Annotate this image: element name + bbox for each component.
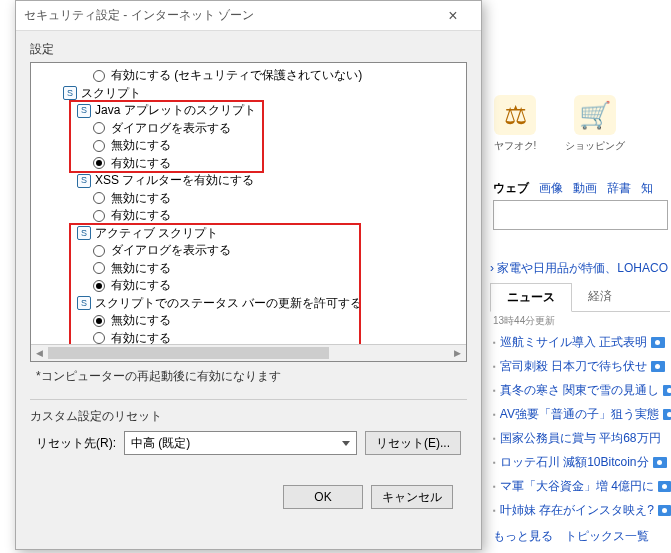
- search-input[interactable]: [493, 200, 668, 230]
- news-timestamp: 13時44分更新: [493, 314, 555, 328]
- radio-icon: [93, 140, 105, 152]
- script-icon: S: [77, 226, 91, 240]
- radio-option[interactable]: 無効にする: [33, 260, 464, 278]
- reset-level-select[interactable]: 中高 (既定): [124, 431, 357, 455]
- photo-icon: [651, 361, 665, 372]
- portal-auction-label: ヤフオク!: [494, 139, 537, 153]
- radio-option[interactable]: 有効にする: [33, 277, 464, 295]
- news-tabs: ニュース 経済: [490, 283, 670, 312]
- radio-icon: [93, 192, 105, 204]
- search-tabs: ウェブ 画像 動画 辞書 知: [493, 180, 653, 197]
- script-icon: S: [63, 86, 77, 100]
- cart-icon: 🛒: [574, 95, 616, 135]
- gavel-icon: ⚖: [494, 95, 536, 135]
- radio-icon: [93, 210, 105, 222]
- radio-icon: [93, 70, 105, 82]
- news-tab-news[interactable]: ニュース: [490, 283, 572, 312]
- radio-icon: [93, 332, 105, 344]
- radio-icon: [93, 315, 105, 327]
- radio-option[interactable]: ダイアログを表示する: [33, 242, 464, 260]
- radio-icon: [93, 280, 105, 292]
- reset-section-label: カスタム設定のリセット: [30, 408, 467, 425]
- news-list: 巡航ミサイル導入 正式表明 宮司刺殺 日本刀で待ち伏せ 真冬の寒さ 関東で雪の見…: [493, 330, 671, 522]
- search-tab-know[interactable]: 知: [641, 180, 653, 197]
- photo-icon: [658, 505, 671, 516]
- group-xss-filter: S XSS フィルターを有効にする: [33, 172, 464, 190]
- group-status-bar: S スクリプトでのステータス バーの更新を許可する: [33, 295, 464, 313]
- group-java-applets: S Java アプレットのスクリプト: [33, 102, 464, 120]
- photo-icon: [651, 337, 665, 348]
- close-button[interactable]: ×: [433, 5, 473, 27]
- group-active-script: S アクティブ スクリプト: [33, 225, 464, 243]
- script-icon: S: [77, 174, 91, 188]
- portal-shopping-label: ショッピング: [565, 139, 625, 153]
- security-settings-dialog: セキュリティ設定 - インターネット ゾーン × 設定 有効にする (セキュリテ…: [15, 0, 482, 550]
- portal-auction[interactable]: ⚖ ヤフオク!: [485, 95, 545, 153]
- settings-section-label: 設定: [30, 41, 467, 58]
- restart-note: *コンピューターの再起動後に有効になります: [36, 368, 467, 385]
- news-item[interactable]: 国家公務員に賞与 平均68万円: [493, 426, 671, 450]
- news-more-link[interactable]: もっと見る トピックス一覧: [493, 528, 649, 545]
- radio-option[interactable]: 有効にする: [33, 207, 464, 225]
- settings-tree: 有効にする (セキュリティで保護されていない) S スクリプト S Java ア…: [30, 62, 467, 362]
- scroll-right-icon[interactable]: ▶: [449, 345, 466, 361]
- script-icon: S: [77, 104, 91, 118]
- radio-icon: [93, 157, 105, 169]
- radio-option[interactable]: 有効にする: [33, 155, 464, 173]
- radio-icon: [93, 262, 105, 274]
- news-item[interactable]: 真冬の寒さ 関東で雪の見通し: [493, 378, 671, 402]
- script-icon: S: [77, 296, 91, 310]
- radio-option[interactable]: 無効にする: [33, 137, 464, 155]
- news-item[interactable]: マ軍「大谷資金」増 4億円に: [493, 474, 671, 498]
- group-script: S スクリプト: [33, 85, 464, 103]
- radio-option[interactable]: 有効にする (セキュリティで保護されていない): [33, 67, 464, 85]
- promo-link[interactable]: › 家電や日用品が特価、LOHACO: [490, 260, 668, 277]
- ok-button[interactable]: OK: [283, 485, 363, 509]
- search-tab-web[interactable]: ウェブ: [493, 180, 529, 197]
- scroll-thumb[interactable]: [48, 347, 329, 359]
- radio-option[interactable]: ダイアログを表示する: [33, 120, 464, 138]
- photo-icon: [663, 385, 671, 396]
- horizontal-scrollbar[interactable]: ◀ ▶: [31, 344, 466, 361]
- news-item[interactable]: ロッテ石川 減額10Bitcoin分: [493, 450, 671, 474]
- reset-to-label: リセット先(R):: [36, 435, 116, 452]
- radio-option[interactable]: 無効にする: [33, 190, 464, 208]
- news-item[interactable]: AV強要「普通の子」狙う実態: [493, 402, 671, 426]
- titlebar: セキュリティ設定 - インターネット ゾーン ×: [16, 1, 481, 31]
- search-tab-dict[interactable]: 辞書: [607, 180, 631, 197]
- radio-icon: [93, 245, 105, 257]
- cancel-button[interactable]: キャンセル: [371, 485, 453, 509]
- news-item[interactable]: 叶姉妹 存在がインスタ映え?: [493, 498, 671, 522]
- news-tab-econ[interactable]: 経済: [572, 283, 628, 311]
- radio-option[interactable]: 無効にする: [33, 312, 464, 330]
- search-tab-image[interactable]: 画像: [539, 180, 563, 197]
- reset-button[interactable]: リセット(E)...: [365, 431, 461, 455]
- photo-icon: [663, 409, 671, 420]
- search-tab-video[interactable]: 動画: [573, 180, 597, 197]
- scroll-left-icon[interactable]: ◀: [31, 345, 48, 361]
- dialog-title: セキュリティ設定 - インターネット ゾーン: [24, 7, 254, 24]
- news-item[interactable]: 巡航ミサイル導入 正式表明: [493, 330, 671, 354]
- radio-icon: [93, 122, 105, 134]
- divider: [30, 399, 467, 400]
- photo-icon: [658, 481, 671, 492]
- portal-shopping[interactable]: 🛒 ショッピング: [565, 95, 625, 153]
- photo-icon: [653, 457, 667, 468]
- news-item[interactable]: 宮司刺殺 日本刀で待ち伏せ: [493, 354, 671, 378]
